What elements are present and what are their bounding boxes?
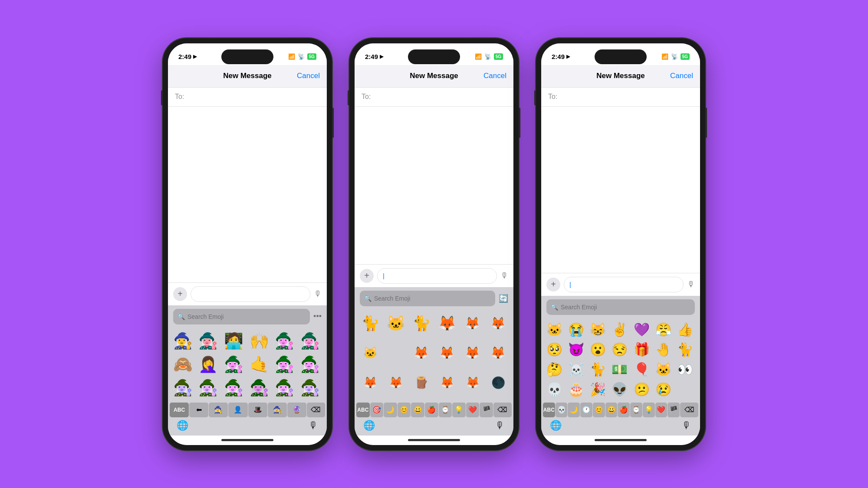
- cat-key-2e[interactable]: 🍎: [425, 403, 438, 417]
- cancel-button-1[interactable]: Cancel: [297, 72, 320, 80]
- emoji-result-cell[interactable]: 🤔: [545, 360, 564, 379]
- cat-key-2g[interactable]: 💡: [452, 403, 466, 417]
- emoji-search-bar-3[interactable]: 🔍 Search Emoji: [546, 299, 695, 315]
- sticker-cell[interactable]: 🌑: [486, 371, 510, 395]
- globe-button-1[interactable]: 🌐: [177, 420, 188, 431]
- plus-button-3[interactable]: +: [546, 278, 560, 291]
- emoji-cell[interactable]: 🧙‍♀️: [171, 330, 194, 352]
- emoji-cell[interactable]: 🧙‍♀️: [273, 330, 296, 352]
- sticker-cell[interactable]: 🦊: [486, 341, 510, 365]
- abc-key-2[interactable]: ABC: [356, 403, 370, 417]
- cat-key-hat[interactable]: 🎩: [248, 403, 267, 417]
- cancel-button-2[interactable]: Cancel: [483, 72, 506, 80]
- cat-key-2d[interactable]: 😀: [411, 403, 424, 417]
- message-input-2[interactable]: [377, 268, 497, 284]
- cat-key-2f[interactable]: ⌚: [439, 403, 452, 417]
- sticker-cell[interactable]: 🐱: [358, 341, 382, 365]
- emoji-cell[interactable]: 🧙‍♀️: [222, 377, 245, 399]
- cat-key-3j[interactable]: 🏴: [667, 403, 680, 417]
- message-input-3[interactable]: [564, 277, 684, 292]
- sticker-cell[interactable]: 🦊: [460, 371, 484, 395]
- emoji-result-cell[interactable]: 😕: [632, 380, 651, 399]
- emoji-result-cell[interactable]: 🎈: [632, 360, 651, 379]
- cat-key-2c[interactable]: 😊: [398, 403, 411, 417]
- emoji-cell[interactable]: 🧙‍♀️: [197, 377, 220, 399]
- emoji-result-cell[interactable]: 🐱: [545, 320, 564, 339]
- mic-button-2[interactable]: 🎙: [500, 271, 508, 280]
- emoji-cell[interactable]: 🧑‍💻: [222, 330, 245, 352]
- cat-key-witch[interactable]: 🧙‍♀️: [209, 403, 228, 417]
- delete-key-1[interactable]: ⌫: [307, 403, 325, 417]
- cat-key-crystal[interactable]: 🔮: [287, 403, 306, 417]
- plus-button-1[interactable]: +: [173, 287, 187, 301]
- message-input-1[interactable]: [191, 286, 310, 302]
- cat-key-3f[interactable]: 🍎: [618, 403, 630, 417]
- emoji-result-cell[interactable]: 👀: [676, 360, 695, 379]
- emoji-result-cell[interactable]: 🐈: [676, 340, 695, 359]
- abc-key-1[interactable]: ABC: [170, 403, 189, 417]
- emoji-result-cell[interactable]: 😮: [589, 340, 608, 359]
- cat-key-3c[interactable]: 🕐: [580, 403, 592, 417]
- emoji-cell[interactable]: 🤙: [248, 353, 270, 376]
- emoji-options-button-2[interactable]: 🔄: [499, 294, 508, 303]
- cat-key-3e[interactable]: 😀: [605, 403, 618, 417]
- emoji-result-cell[interactable]: ✌️: [610, 320, 629, 339]
- cat-key-2h[interactable]: ❤️: [466, 403, 480, 417]
- emoji-result-cell[interactable]: 🎁: [632, 340, 651, 359]
- emoji-cell[interactable]: 🧙‍♀️: [197, 330, 220, 352]
- message-body-3[interactable]: [541, 107, 700, 273]
- cancel-button-3[interactable]: Cancel: [670, 72, 693, 80]
- emoji-cell[interactable]: 🧙‍♀️: [273, 377, 296, 399]
- abc-key-3[interactable]: ABC: [543, 403, 555, 417]
- cat-key-3g[interactable]: ⌚: [630, 403, 642, 417]
- emoji-result-cell[interactable]: 🐱: [654, 360, 673, 379]
- mic-bottom-button-1[interactable]: 🎙: [309, 420, 318, 431]
- sticker-cell[interactable]: 🐈: [409, 311, 433, 335]
- mic-button-3[interactable]: 🎙: [687, 280, 695, 289]
- emoji-cell[interactable]: 🙌: [248, 330, 270, 352]
- emoji-result-cell[interactable]: 😢: [654, 380, 673, 399]
- emoji-result-cell[interactable]: ☠️: [566, 360, 585, 379]
- delete-key-2[interactable]: ⌫: [493, 403, 512, 417]
- emoji-result-cell[interactable]: 😭: [566, 320, 585, 339]
- sticker-cell[interactable]: 🦊: [358, 371, 382, 395]
- emoji-search-bar-1[interactable]: 🔍 Search Emoji: [173, 309, 310, 324]
- emoji-cell[interactable]: 🧙‍♀️: [299, 330, 321, 352]
- cat-key-3b[interactable]: 🌙: [568, 403, 580, 417]
- sticker-cell[interactable]: 🦊: [460, 341, 484, 365]
- emoji-cell[interactable]: 🤦‍♀️: [197, 353, 220, 376]
- emoji-result-cell[interactable]: 💜: [632, 320, 651, 339]
- cat-key-3i[interactable]: ❤️: [655, 403, 667, 417]
- emoji-cell[interactable]: 🧙‍♀️: [299, 353, 321, 376]
- cat-key-2a[interactable]: 🎯: [370, 403, 384, 417]
- sticker-cell[interactable]: 🦊: [460, 311, 484, 335]
- back-key-1[interactable]: ⬅: [189, 403, 208, 417]
- delete-key-3[interactable]: ⌫: [680, 403, 698, 417]
- emoji-cell[interactable]: 🧙‍♀️: [248, 377, 270, 399]
- mic-bottom-button-2[interactable]: 🎙: [495, 420, 505, 431]
- emoji-result-cell[interactable]: 🥺: [545, 340, 564, 359]
- emoji-result-cell[interactable]: 😒: [610, 340, 629, 359]
- sticker-cell[interactable]: 🪵: [409, 371, 433, 395]
- cat-key-wizard[interactable]: 🧙: [268, 403, 287, 417]
- emoji-result-cell[interactable]: 💀: [545, 380, 564, 399]
- emoji-result-cell[interactable]: 👍: [676, 320, 695, 339]
- to-field-1[interactable]: To:: [168, 88, 327, 107]
- to-field-2[interactable]: To:: [355, 88, 513, 107]
- emoji-cell[interactable]: 🙈: [171, 353, 194, 376]
- cat-key-3h[interactable]: 💡: [643, 403, 655, 417]
- emoji-result-cell[interactable]: 👽: [610, 380, 629, 399]
- emoji-cell[interactable]: 🧙‍♀️: [299, 377, 321, 399]
- message-body-2[interactable]: [355, 107, 513, 264]
- sticker-cell[interactable]: 🐱: [384, 311, 408, 335]
- sticker-cell[interactable]: 🐈: [358, 311, 382, 335]
- sticker-cell[interactable]: 🦊: [486, 311, 510, 335]
- emoji-result-cell[interactable]: 🐈: [589, 360, 608, 379]
- cat-key-3d[interactable]: 😊: [593, 403, 605, 417]
- mic-button-1[interactable]: 🎙: [314, 289, 322, 298]
- cat-key-person[interactable]: 👤: [228, 403, 247, 417]
- sticker-cell[interactable]: 🦊: [435, 341, 459, 365]
- emoji-search-bar-2[interactable]: 🔍 Search Emoji: [360, 291, 495, 306]
- sticker-cell[interactable]: 🦊: [435, 311, 459, 335]
- emoji-result-cell[interactable]: 💵: [610, 360, 629, 379]
